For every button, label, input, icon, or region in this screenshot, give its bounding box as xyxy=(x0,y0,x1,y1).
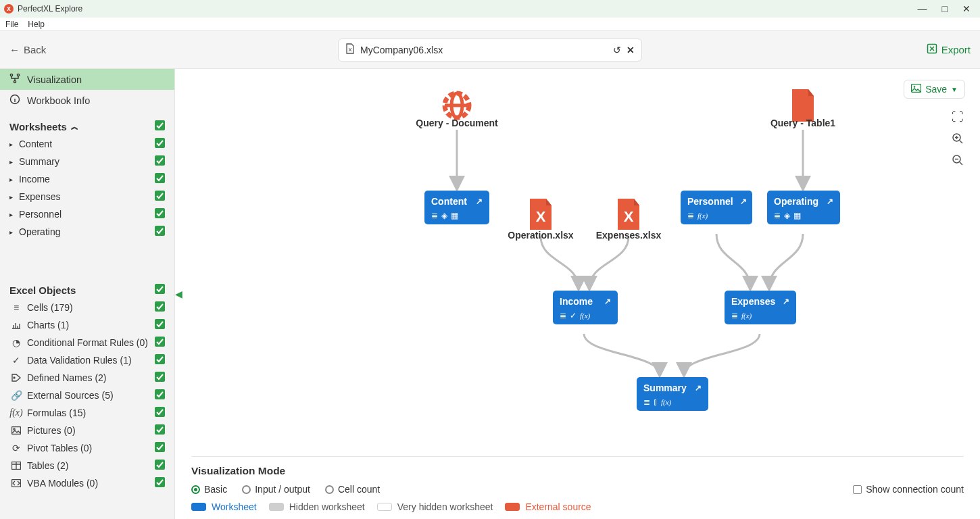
canvas[interactable]: Save ▼ ⛶ Query - DocumentQuery - Table1X… xyxy=(175,69,980,519)
show-connection-count-toggle[interactable]: Show connection count xyxy=(853,484,964,495)
sidebar-collapse-icon[interactable]: ◀ xyxy=(175,289,182,299)
worksheet-item[interactable]: ▸Operating xyxy=(0,223,174,241)
svg-point-1 xyxy=(10,74,12,76)
check-icon[interactable] xyxy=(155,460,165,472)
worksheet-item[interactable]: ▸Content xyxy=(0,135,174,153)
svg-point-22 xyxy=(14,428,15,430)
check-icon[interactable] xyxy=(155,477,165,489)
excel-object-item[interactable]: Defined Names (2) xyxy=(0,369,174,387)
open-icon[interactable]: ↗ xyxy=(604,297,611,306)
excel-object-item[interactable]: 🔗External Sources (5) xyxy=(0,387,174,404)
undo-icon[interactable]: ↺ xyxy=(613,45,621,55)
excel-object-item[interactable]: Tables (2) xyxy=(0,457,174,474)
check-icon[interactable] xyxy=(155,301,165,314)
sidebar-nav-visualization[interactable]: Visualization xyxy=(0,69,174,90)
check-icon[interactable] xyxy=(155,424,165,437)
check-icon[interactable] xyxy=(155,138,165,150)
maximize-icon[interactable]: □ xyxy=(942,4,948,14)
worksheet-item[interactable]: ▸Summary xyxy=(0,153,174,170)
legend-item: Very hidden worksheet xyxy=(377,501,493,512)
legend-label: Worksheet xyxy=(212,501,257,512)
open-icon[interactable]: ↗ xyxy=(740,197,747,206)
svg-rect-24 xyxy=(155,442,165,452)
legend-swatch xyxy=(505,503,520,511)
open-icon[interactable]: ↗ xyxy=(783,297,789,306)
check-icon[interactable] xyxy=(155,208,165,220)
menu-file[interactable]: File xyxy=(5,20,18,29)
svg-rect-15 xyxy=(155,337,165,347)
check-icon[interactable] xyxy=(155,442,165,454)
svg-point-17 xyxy=(14,377,15,378)
external-source-label: Operation.xlsx xyxy=(508,230,573,241)
cond-icon: ◔ xyxy=(9,337,23,348)
caret-right-icon: ▸ xyxy=(9,228,16,236)
sidebar-nav-workbook-info[interactable]: Workbook Info xyxy=(0,90,174,111)
menu-help[interactable]: Help xyxy=(28,20,45,29)
worksheet-node-income[interactable]: Income↗≣✓f(x) xyxy=(553,291,618,324)
svg-rect-14 xyxy=(155,319,165,329)
check-icon[interactable] xyxy=(155,120,165,132)
excel-object-item[interactable]: Charts (1) xyxy=(0,316,174,334)
check-icon[interactable] xyxy=(155,226,165,238)
worksheet-item[interactable]: ▸Expenses xyxy=(0,188,174,205)
excel-object-item[interactable]: Pictures (0) xyxy=(0,422,174,439)
svg-point-3 xyxy=(14,80,16,82)
excel-object-item[interactable]: f(x)Formulas (15) xyxy=(0,404,174,422)
clear-icon[interactable]: ✕ xyxy=(627,45,635,55)
excel-object-item[interactable]: ✓Data Validation Rules (1) xyxy=(0,351,174,369)
show-connection-label: Show connection count xyxy=(866,484,964,495)
excel-object-item[interactable]: ≡Cells (179) xyxy=(0,299,174,316)
excel-object-item[interactable]: VBA Modules (0) xyxy=(0,474,174,492)
open-icon[interactable]: ↗ xyxy=(695,383,702,393)
worksheets-header[interactable]: Worksheets ︽ xyxy=(0,115,174,135)
excel-object-item[interactable]: ◔Conditional Format Rules (0) xyxy=(0,334,174,351)
vm-mode-option[interactable]: Cell count xyxy=(325,484,380,495)
external-source-icon[interactable]: X xyxy=(528,199,554,232)
svg-rect-7 xyxy=(155,155,165,166)
check-icon[interactable] xyxy=(155,284,165,296)
excel-object-label: Tables (2) xyxy=(27,460,68,471)
minimize-icon[interactable]: — xyxy=(918,4,927,14)
check-icon[interactable] xyxy=(155,155,165,168)
worksheet-node-expenses[interactable]: Expenses↗≣f(x) xyxy=(725,291,796,324)
open-icon[interactable]: ↗ xyxy=(476,197,483,206)
close-icon[interactable]: ✕ xyxy=(962,4,971,14)
excel-objects-header[interactable]: Excel Objects xyxy=(0,278,174,299)
excel-object-item[interactable]: ⟳Pivot Tables (0) xyxy=(0,439,174,457)
tag-icon: ◈ xyxy=(441,211,447,220)
check-icon[interactable] xyxy=(155,191,165,203)
worksheet-label: Content xyxy=(19,139,52,149)
radio-icon xyxy=(191,485,200,494)
open-icon[interactable]: ↗ xyxy=(827,197,833,206)
check-icon[interactable] xyxy=(155,407,165,419)
check-icon[interactable] xyxy=(155,372,165,384)
check-icon[interactable] xyxy=(155,337,165,349)
svg-rect-5 xyxy=(155,120,165,130)
back-button[interactable]: ← Back xyxy=(9,44,46,55)
excel-object-label: External Sources (5) xyxy=(27,390,114,401)
export-button[interactable]: Export xyxy=(927,43,971,56)
worksheet-node-content[interactable]: Content↗≣◈▦ xyxy=(424,191,489,224)
check-icon[interactable] xyxy=(155,173,165,185)
check-icon[interactable] xyxy=(155,389,165,401)
check-icon[interactable] xyxy=(155,354,165,366)
filename-box: MyCompany06.xlsx ↺ ✕ xyxy=(338,39,642,61)
worksheet-node-label: Income xyxy=(560,296,593,307)
worksheet-node-personnel[interactable]: Personnel↗≣f(x) xyxy=(681,191,752,224)
worksheet-node-label: Personnel xyxy=(687,196,733,207)
worksheet-node-summary[interactable]: Summary↗≣⫿f(x) xyxy=(637,377,708,411)
worksheet-item[interactable]: ▸Income xyxy=(0,170,174,188)
fx-icon: f(x) xyxy=(741,311,752,320)
external-source-icon[interactable]: X xyxy=(616,199,641,232)
vm-mode-option[interactable]: Input / output xyxy=(242,484,310,495)
check-icon[interactable] xyxy=(155,319,165,331)
legend-swatch xyxy=(191,503,206,511)
back-label: Back xyxy=(24,44,46,55)
worksheet-node-operating[interactable]: Operating↗≣◈▦ xyxy=(767,191,840,224)
vm-mode-option[interactable]: Basic xyxy=(191,484,227,495)
legend-swatch xyxy=(269,503,284,511)
worksheet-item[interactable]: ▸Personnel xyxy=(0,205,174,223)
excel-object-label: Pictures (0) xyxy=(27,425,76,436)
svg-rect-20 xyxy=(155,407,165,417)
nav-label: Workbook Info xyxy=(27,95,90,106)
